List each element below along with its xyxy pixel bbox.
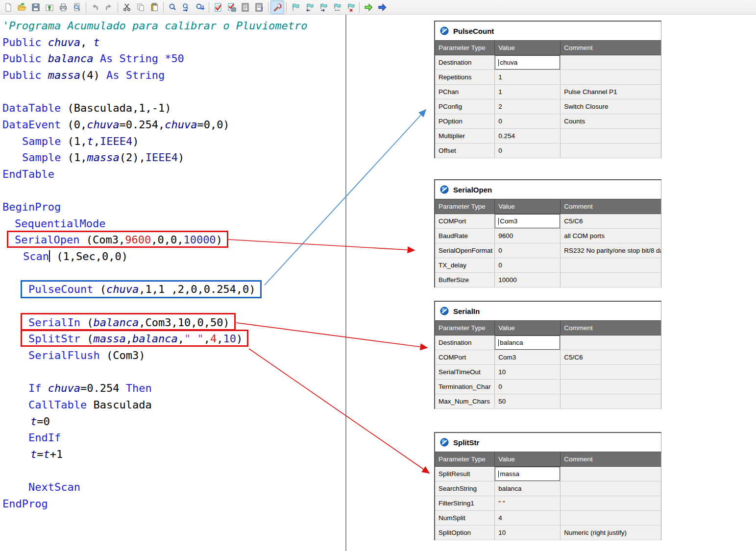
param-value-cell[interactable]: 10 bbox=[494, 526, 560, 540]
code-line[interactable]: SerialFlush (Com3) bbox=[28, 347, 145, 364]
redo-button[interactable] bbox=[102, 0, 116, 14]
bookmark-toggle-button[interactable] bbox=[289, 0, 302, 14]
param-value-cell[interactable]: 1 bbox=[494, 70, 560, 85]
wrench-icon bbox=[272, 2, 282, 12]
pane-divider[interactable] bbox=[345, 15, 346, 551]
param-value-cell[interactable]: 0 bbox=[494, 144, 560, 158]
param-value-cell[interactable]: 4 bbox=[494, 511, 560, 526]
code-line[interactable]: EndTable bbox=[2, 166, 54, 183]
param-comment-cell: Switch Closure bbox=[560, 99, 661, 114]
code-line[interactable]: 'Programa Acumulado para calibrar o Pluv… bbox=[2, 18, 308, 34]
new-file-button[interactable] bbox=[1, 0, 15, 14]
param-name-cell: Repetitions bbox=[435, 70, 494, 85]
param-value-cell[interactable]: " " bbox=[494, 496, 560, 511]
code-line[interactable]: DataEvent (0,chuva=0.254,chuva=0,0) bbox=[2, 117, 230, 133]
copy-button[interactable] bbox=[134, 0, 147, 14]
print-preview-icon bbox=[72, 2, 82, 12]
compile-save-icon bbox=[227, 2, 237, 12]
param-value-cell[interactable]: 10 bbox=[494, 365, 560, 380]
param-name-cell: SearchString bbox=[435, 481, 494, 496]
print-preview-button[interactable] bbox=[70, 0, 84, 14]
param-value-cell[interactable]: Com3 bbox=[494, 350, 560, 365]
param-name-cell: Max_Num_Chars bbox=[435, 394, 494, 409]
param-value-cell[interactable]: 10000 bbox=[494, 273, 560, 287]
param-value-cell[interactable]: 0.254 bbox=[494, 129, 560, 144]
param-value-cell[interactable]: Com3 bbox=[494, 214, 560, 229]
save-as-button[interactable] bbox=[43, 0, 56, 14]
param-value-cell[interactable]: 1 bbox=[494, 85, 560, 99]
paste-button[interactable] bbox=[147, 0, 161, 14]
param-comment-cell bbox=[560, 129, 661, 144]
code-token-kw: PulseCount bbox=[28, 283, 93, 295]
code-line[interactable]: If chuva=0.254 Then bbox=[28, 380, 152, 397]
doc-template-button[interactable] bbox=[239, 0, 252, 14]
code-token-kw: DataTable bbox=[2, 102, 61, 114]
param-value-cell[interactable]: balanca bbox=[494, 335, 560, 350]
code-line[interactable]: Public massa(4) As String bbox=[2, 67, 165, 84]
code-line[interactable]: Scan (1,Sec,0,0) bbox=[23, 248, 128, 265]
param-table-SplitStr: SplitStrParameter TypeValueCommentSplitR… bbox=[434, 432, 661, 540]
code-token-plain: ) bbox=[216, 234, 222, 246]
code-line[interactable]: SerialIn (balanca,Com3,10,0,50) bbox=[28, 314, 230, 331]
undo-button[interactable] bbox=[88, 0, 102, 14]
param-value-cell[interactable]: 0 bbox=[494, 258, 560, 273]
compile-button[interactable] bbox=[211, 0, 225, 14]
code-line[interactable]: t=t+1 bbox=[30, 446, 63, 463]
bookmark-clear-button[interactable] bbox=[343, 0, 357, 14]
code-line[interactable]: SerialOpen (Com3,9600,0,0,10000) bbox=[15, 232, 222, 248]
param-value-cell[interactable]: 0 bbox=[494, 243, 560, 258]
find-next-button[interactable] bbox=[193, 0, 207, 14]
param-value-cell[interactable]: 9600 bbox=[494, 229, 560, 243]
bookmark-prev-button[interactable] bbox=[302, 0, 316, 14]
code-line[interactable]: PulseCount (chuva,1,1 ,2,0,0.254,0) bbox=[28, 281, 256, 298]
find-button[interactable] bbox=[166, 0, 179, 14]
code-line[interactable]: Public balanca As String *50 bbox=[2, 50, 184, 67]
param-value-cell[interactable]: massa bbox=[494, 467, 560, 481]
go-green-button[interactable] bbox=[362, 0, 375, 14]
toolbar-separator bbox=[209, 2, 209, 13]
code-line[interactable]: EndProg bbox=[2, 496, 48, 512]
param-name-cell: PChan bbox=[435, 85, 494, 99]
code-token-plain: +1 bbox=[50, 448, 63, 460]
code-token-plain: (4) bbox=[80, 69, 100, 81]
code-line[interactable]: BeginProg bbox=[2, 199, 61, 216]
compile-save-button[interactable] bbox=[225, 0, 239, 14]
code-line[interactable]: t=0 bbox=[30, 413, 50, 430]
param-value-cell[interactable]: 50 bbox=[494, 394, 560, 409]
replace-button[interactable] bbox=[179, 0, 193, 14]
cut-button[interactable] bbox=[120, 0, 134, 14]
param-comment-cell bbox=[560, 273, 661, 287]
param-value-cell[interactable]: 0 bbox=[494, 114, 560, 129]
code-line[interactable]: DataTable (Basculada,1,-1) bbox=[2, 100, 171, 117]
code-token-plain: ) bbox=[132, 135, 139, 147]
print-button[interactable] bbox=[56, 0, 70, 14]
param-row: COMPortCom3C5/C6 bbox=[435, 350, 661, 365]
param-name-cell: BaudRate bbox=[435, 229, 494, 243]
code-token-kw: Public bbox=[2, 52, 48, 65]
param-value-cell[interactable]: chuva bbox=[494, 55, 560, 70]
param-value-cell[interactable]: 2 bbox=[494, 99, 560, 114]
open-file-button[interactable] bbox=[15, 0, 29, 14]
bookmark-next-button[interactable] bbox=[316, 0, 330, 14]
code-line[interactable]: NextScan bbox=[28, 479, 80, 496]
save-file-button[interactable] bbox=[29, 0, 43, 14]
param-table-title: PulseCount bbox=[435, 22, 661, 40]
param-grid: Parameter TypeValueCommentDestinationchu… bbox=[435, 40, 661, 158]
code-line[interactable]: Sample (1,massa(2),IEEE4) bbox=[22, 149, 184, 166]
param-row: Repetitions1 bbox=[435, 70, 661, 85]
code-line[interactable]: SequentialMode bbox=[15, 216, 105, 232]
code-line[interactable]: CallTable Basculada bbox=[28, 397, 152, 413]
code-editor[interactable]: 'Programa Acumulado para calibrar o Pluv… bbox=[0, 15, 345, 551]
doc-info-button[interactable]: ! bbox=[252, 0, 266, 14]
code-line[interactable]: Public chuva, t bbox=[2, 34, 100, 51]
code-line[interactable]: Sample (1,t,IEEE4) bbox=[22, 133, 139, 150]
go-blue-button[interactable] bbox=[375, 0, 389, 14]
code-line[interactable]: EndIf bbox=[28, 430, 61, 446]
param-comment-cell bbox=[560, 481, 661, 496]
bookmark-list-button[interactable] bbox=[330, 0, 343, 14]
code-line[interactable]: SplitStr (massa,balanca," ",4,10) bbox=[28, 331, 243, 347]
param-row: BaudRate9600all COM ports bbox=[435, 229, 661, 243]
param-value-cell[interactable]: balanca bbox=[494, 481, 560, 496]
wrench-button[interactable] bbox=[270, 0, 284, 14]
param-value-cell[interactable]: 0 bbox=[494, 380, 560, 394]
